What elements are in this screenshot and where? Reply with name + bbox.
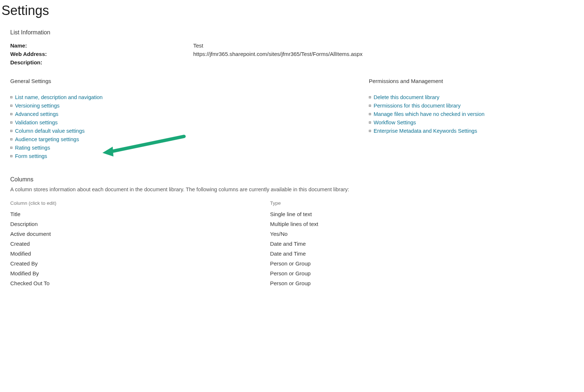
- link-validation-settings[interactable]: Validation settings: [15, 120, 58, 125]
- list-item: Form settings: [10, 153, 215, 159]
- table-row: Checked Out To Person or Group: [10, 280, 574, 286]
- permissions-management-heading: Permissions and Management: [369, 78, 574, 84]
- column-type: Person or Group: [270, 260, 311, 267]
- table-row: Title Single line of text: [10, 211, 574, 217]
- table-row: Modified By Person or Group: [10, 270, 574, 276]
- bullet-icon: [10, 121, 12, 124]
- column-type: Yes/No: [270, 231, 288, 237]
- table-row: Description Multiple lines of text: [10, 221, 574, 227]
- table-row: Created Date and Time: [10, 241, 574, 247]
- info-row-name: Name: Test: [10, 42, 574, 49]
- bullet-icon: [10, 113, 12, 115]
- info-row-description: Description:: [10, 59, 574, 65]
- column-name-checked-out-to[interactable]: Checked Out To: [10, 280, 270, 286]
- bullet-icon: [369, 121, 371, 124]
- list-item: Rating settings: [10, 145, 215, 151]
- list-item: Versioning settings: [10, 103, 215, 109]
- column-type: Single line of text: [270, 211, 312, 217]
- list-information-heading: List Information: [10, 29, 574, 36]
- link-audience-targeting-settings[interactable]: Audience targeting settings: [15, 136, 79, 142]
- column-type: Person or Group: [270, 270, 311, 276]
- list-item: Advanced settings: [10, 111, 215, 117]
- column-name-created[interactable]: Created: [10, 241, 270, 247]
- list-item: Manage files which have no checked in ve…: [369, 111, 574, 117]
- columns-header-row: Column (click to edit) Type: [10, 200, 574, 206]
- column-type: Date and Time: [270, 241, 306, 247]
- column-name-active-document[interactable]: Active document: [10, 231, 270, 237]
- list-item: Enterprise Metadata and Keywords Setting…: [369, 128, 574, 134]
- list-item: Workflow Settings: [369, 120, 574, 125]
- info-row-webaddress: Web Address: https://jfmr365.sharepoint.…: [10, 51, 574, 57]
- list-item: List name, description and navigation: [10, 94, 215, 100]
- bullet-icon: [10, 105, 12, 107]
- info-label-webaddress: Web Address:: [10, 51, 193, 57]
- link-rating-settings[interactable]: Rating settings: [15, 145, 50, 151]
- info-value-webaddress: https://jfmr365.sharepoint.com/sites/jfm…: [193, 51, 363, 57]
- column-type: Multiple lines of text: [270, 221, 318, 227]
- link-manage-files-no-checkin[interactable]: Manage files which have no checked in ve…: [374, 111, 484, 117]
- list-information-section: List Information Name: Test Web Address:…: [10, 29, 574, 65]
- column-name-created-by[interactable]: Created By: [10, 260, 270, 267]
- link-list-name-desc-nav[interactable]: List name, description and navigation: [15, 94, 102, 100]
- list-item: Audience targeting settings: [10, 136, 215, 142]
- bullet-icon: [10, 155, 12, 157]
- link-permissions-library[interactable]: Permissions for this document library: [374, 103, 461, 109]
- general-settings-heading: General Settings: [10, 78, 215, 84]
- bullet-icon: [369, 96, 371, 98]
- list-item: Permissions for this document library: [369, 103, 574, 109]
- link-enterprise-metadata-keywords[interactable]: Enterprise Metadata and Keywords Setting…: [374, 128, 477, 134]
- general-settings-section: General Settings List name, description …: [10, 78, 215, 162]
- column-name-modified-by[interactable]: Modified By: [10, 270, 270, 276]
- info-label-name: Name:: [10, 42, 193, 49]
- link-form-settings[interactable]: Form settings: [15, 153, 47, 159]
- list-item: Column default value settings: [10, 128, 215, 134]
- bullet-icon: [10, 147, 12, 149]
- column-header-name: Column (click to edit): [10, 200, 270, 206]
- link-advanced-settings[interactable]: Advanced settings: [15, 111, 59, 117]
- column-header-type: Type: [270, 200, 281, 206]
- column-name-description[interactable]: Description: [10, 221, 270, 227]
- info-label-description: Description:: [10, 59, 193, 65]
- link-delete-library[interactable]: Delete this document library: [374, 94, 439, 100]
- bullet-icon: [369, 113, 371, 115]
- bullet-icon: [10, 96, 12, 98]
- columns-table: Column (click to edit) Type Title Single…: [10, 200, 574, 286]
- bullet-icon: [10, 130, 12, 132]
- table-row: Active document Yes/No: [10, 231, 574, 237]
- columns-section: Columns A column stores information abou…: [10, 176, 574, 286]
- table-row: Created By Person or Group: [10, 260, 574, 267]
- permissions-management-list: Delete this document library Permissions…: [369, 94, 574, 134]
- bullet-icon: [369, 130, 371, 132]
- column-type: Date and Time: [270, 250, 306, 257]
- columns-heading: Columns: [10, 176, 574, 183]
- table-row: Modified Date and Time: [10, 250, 574, 257]
- bullet-icon: [10, 138, 12, 140]
- columns-description: A column stores information about each d…: [10, 186, 574, 192]
- permissions-management-section: Permissions and Management Delete this d…: [369, 78, 574, 162]
- column-name-modified[interactable]: Modified: [10, 250, 270, 257]
- link-workflow-settings[interactable]: Workflow Settings: [374, 120, 416, 125]
- page-title: Settings: [1, 3, 584, 18]
- column-type: Person or Group: [270, 280, 311, 286]
- link-versioning-settings[interactable]: Versioning settings: [15, 103, 60, 109]
- link-column-default-value-settings[interactable]: Column default value settings: [15, 128, 85, 134]
- info-value-name: Test: [193, 42, 203, 49]
- bullet-icon: [369, 105, 371, 107]
- column-name-title[interactable]: Title: [10, 211, 270, 217]
- general-settings-list: List name, description and navigation Ve…: [10, 94, 215, 159]
- list-item: Delete this document library: [369, 94, 574, 100]
- list-item: Validation settings: [10, 120, 215, 125]
